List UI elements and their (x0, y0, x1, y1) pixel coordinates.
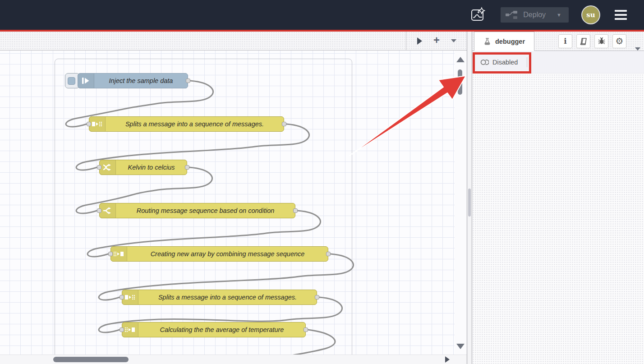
flow-node-change[interactable]: Kelvin to celcius (99, 160, 187, 175)
main-menu-button[interactable] (613, 8, 629, 22)
deploy-label: Deploy (523, 11, 546, 19)
split-icon (89, 117, 106, 131)
flow-tabbar: + (0, 32, 467, 51)
scroll-up-arrow[interactable] (456, 57, 465, 62)
tab-controls: + (406, 32, 467, 50)
plus-icon: + (433, 35, 440, 46)
toolbar-separator (527, 57, 527, 67)
inject-trigger-inner (68, 77, 75, 85)
output-port[interactable] (326, 252, 331, 256)
bug-icon (598, 37, 606, 45)
deploy-wire-icon (505, 10, 518, 20)
flow-list-button[interactable] (446, 32, 461, 50)
input-port[interactable] (97, 165, 101, 170)
input-port[interactable] (120, 295, 124, 299)
disabled-label: Disabled (492, 59, 518, 66)
flow-node-join[interactable]: Calculating the the average of temperatu… (122, 322, 306, 337)
input-port[interactable] (87, 122, 91, 126)
vscroll-thumb[interactable] (458, 69, 462, 95)
header-bar: Deploy ▼ su (0, 0, 644, 30)
flow-node-split[interactable]: Splits a message into a sequence of mess… (122, 290, 317, 305)
docs-tool-button[interactable] (576, 34, 590, 48)
hscroll-thumb[interactable] (53, 357, 129, 362)
sidebar-tabbar: debugger i⚙ (472, 32, 644, 51)
input-port[interactable] (108, 252, 113, 256)
flow-node-split[interactable]: Splits a message into a sequence of mess… (89, 116, 284, 132)
chevron-down-icon (635, 47, 640, 51)
flow-node-switch[interactable]: Routing message sequence based on condit… (99, 203, 295, 218)
shuffle-icon (100, 160, 116, 175)
output-port[interactable] (185, 165, 189, 170)
header-accent-line (0, 30, 644, 32)
debug-message-list[interactable] (472, 74, 644, 364)
output-port[interactable] (315, 295, 319, 299)
toggle-off-icon (480, 59, 489, 66)
flow-node-join[interactable]: Creating new array by combining message … (110, 246, 328, 262)
scroll-tabs-right-button[interactable] (412, 32, 427, 50)
node-label: Inject the sample data (94, 74, 188, 88)
hamburger-icon (615, 10, 627, 12)
node-label: Splits a message into a sequence of mess… (106, 117, 284, 131)
sidebar-resize-separator[interactable] (467, 32, 472, 364)
canvas-hscroll (0, 355, 467, 364)
gear-icon: ⚙ (616, 37, 624, 46)
debug-toolbar: Disabled (472, 51, 644, 74)
user-avatar[interactable]: su (582, 6, 599, 23)
add-flow-button[interactable]: + (429, 32, 444, 50)
deploy-button[interactable]: Deploy ▼ (501, 7, 569, 23)
canvas-vscroll (455, 51, 467, 355)
node-label: Calculating the the average of temperatu… (138, 323, 305, 337)
node-label: Creating new array by combining message … (127, 247, 328, 261)
chevron-down-icon (451, 39, 456, 42)
split-icon (122, 290, 138, 304)
sidebar-tab-label: debugger (495, 38, 525, 45)
scroll-down-arrow[interactable] (456, 344, 465, 349)
output-port[interactable] (186, 78, 190, 83)
output-port[interactable] (293, 208, 298, 213)
node-label: Splits a message into a sequence of mess… (138, 290, 317, 304)
output-port[interactable] (282, 122, 286, 126)
flask-icon (483, 37, 491, 46)
info-tool-button[interactable]: i (558, 34, 572, 48)
node-label: Kelvin to celcius (116, 160, 187, 175)
settings-tool-button[interactable]: ⚙ (612, 34, 626, 48)
sidebar-tools: i⚙ (558, 32, 630, 51)
info-icon: i (564, 37, 566, 46)
tab-debugger[interactable]: debugger (474, 32, 534, 51)
inject-icon (78, 74, 94, 88)
join-icon (122, 323, 138, 337)
output-port[interactable] (304, 327, 308, 332)
flow-assistant-icon[interactable] (469, 6, 487, 24)
triangle-right-icon (417, 37, 422, 45)
debug-tool-button[interactable] (594, 34, 608, 48)
join-icon (111, 247, 127, 261)
fork-icon (100, 203, 116, 218)
sidebar-collapse-button[interactable] (631, 47, 644, 51)
flow-canvas[interactable]: Inject the sample dataSplits a message i… (0, 51, 467, 355)
flow-node-inject[interactable]: Inject the sample data (78, 73, 188, 88)
flow-workspace: + Inject the sample dataSplits a message… (0, 32, 467, 364)
node-label: Routing message sequence based on condit… (116, 203, 295, 218)
debug-disabled-toggle[interactable]: Disabled (478, 57, 520, 68)
scroll-right-arrow[interactable] (445, 356, 450, 363)
book-icon (580, 37, 588, 45)
input-port[interactable] (120, 327, 124, 332)
right-sidebar: debugger i⚙ Disabled (472, 32, 644, 364)
separator-grip[interactable] (468, 189, 471, 217)
avatar-initials: su (586, 11, 595, 19)
deploy-options-caret[interactable]: ▼ (552, 12, 564, 18)
input-port[interactable] (97, 208, 101, 213)
